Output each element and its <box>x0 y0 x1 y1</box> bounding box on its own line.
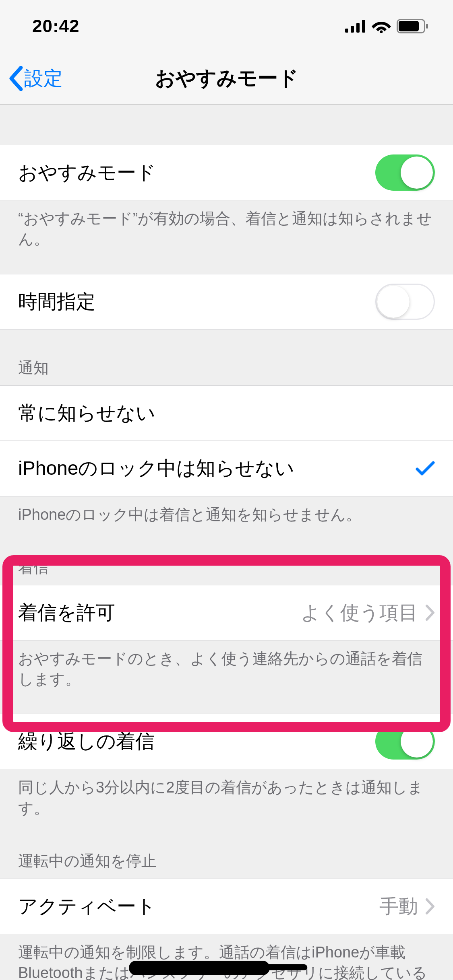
calls-header: 着信 <box>0 536 453 585</box>
repeat-label: 繰り返しの着信 <box>18 729 375 754</box>
status-bar: 20:42 <box>0 0 453 52</box>
schedule-row[interactable]: 時間指定 <box>0 274 453 329</box>
svg-rect-0 <box>345 29 348 33</box>
chevron-right-icon <box>425 604 435 621</box>
wifi-icon <box>372 19 391 33</box>
silence-header: 通知 <box>0 329 453 385</box>
nav-back-label: 設定 <box>24 66 63 91</box>
silence-footer: iPhoneのロック中は着信と通知を知らせません。 <box>0 496 453 536</box>
dnd-row[interactable]: おやすみモード <box>0 145 453 200</box>
driving-activate-row[interactable]: アクティベート 手動 <box>0 879 453 934</box>
status-time: 20:42 <box>32 16 80 36</box>
svg-rect-1 <box>351 26 354 33</box>
battery-icon <box>397 19 429 33</box>
svg-rect-3 <box>362 20 365 33</box>
calls-allow-row[interactable]: 着信を許可 よく使う項目 <box>0 585 453 640</box>
nav-title: おやすみモード <box>0 65 453 92</box>
dnd-footer: “おやすみモード”が有効の場合、着信と通知は知らされません。 <box>0 200 453 261</box>
silence-locked-row[interactable]: iPhoneのロック中は知らせない <box>0 441 453 496</box>
dnd-label: おやすみモード <box>18 160 375 185</box>
home-indicator <box>146 964 307 970</box>
calls-footer: おやすみモードのとき、よく使う連絡先からの通話を着信します。 <box>0 640 453 701</box>
calls-allow-label: 着信を許可 <box>18 600 301 626</box>
dnd-toggle[interactable] <box>375 154 435 191</box>
svg-rect-6 <box>399 21 419 31</box>
svg-point-4 <box>380 31 383 33</box>
repeat-toggle[interactable] <box>375 723 435 760</box>
schedule-toggle[interactable] <box>375 284 435 320</box>
svg-rect-7 <box>426 24 428 29</box>
svg-rect-2 <box>356 23 360 33</box>
driving-activate-label: アクティベート <box>18 894 379 919</box>
schedule-label: 時間指定 <box>18 289 375 315</box>
nav-back-button[interactable]: 設定 <box>0 66 63 91</box>
checkmark-icon <box>416 460 435 476</box>
chevron-right-icon <box>425 898 435 915</box>
calls-allow-value: よく使う項目 <box>301 600 418 626</box>
status-indicators <box>345 19 429 33</box>
silence-always-row[interactable]: 常に知らせない <box>0 385 453 441</box>
nav-bar: 設定 おやすみモード <box>0 52 453 105</box>
driving-header: 運転中の通知を停止 <box>0 830 453 879</box>
silence-always-label: 常に知らせない <box>18 400 435 426</box>
cellular-icon <box>345 20 366 33</box>
chevron-left-icon <box>8 66 23 91</box>
driving-activate-value: 手動 <box>379 894 418 919</box>
repeat-footer: 同じ人から3分以内に2度目の着信があったときは通知します。 <box>0 769 453 830</box>
silence-locked-label: iPhoneのロック中は知らせない <box>18 455 416 481</box>
repeat-row[interactable]: 繰り返しの着信 <box>0 714 453 769</box>
